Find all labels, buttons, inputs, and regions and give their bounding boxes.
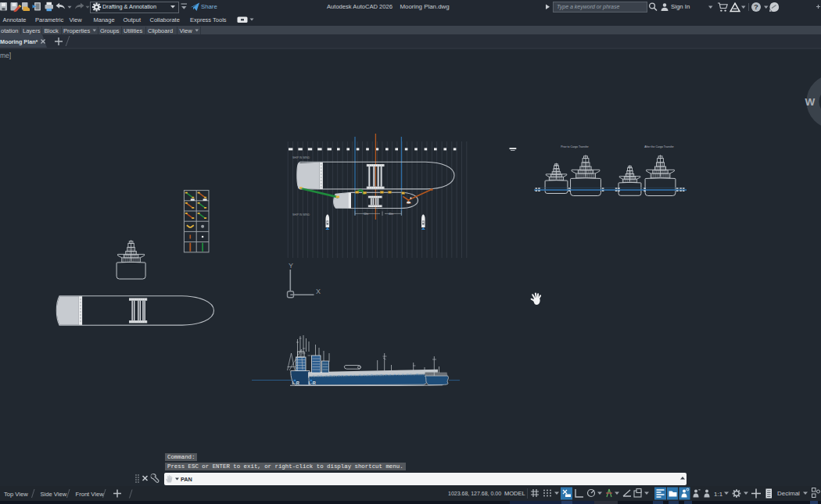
- svg-text:40m: 40m: [389, 213, 394, 216]
- svg-text:X: X: [316, 288, 321, 295]
- svg-text:SHIP IN WIND: SHIP IN WIND: [292, 156, 310, 159]
- svg-text:?: ?: [754, 2, 758, 11]
- svg-text:After the Cargo Transfer: After the Cargo Transfer: [644, 145, 674, 148]
- svg-text:12m: 12m: [364, 213, 369, 216]
- svg-text:SHIP IN WIND: SHIP IN WIND: [292, 213, 310, 216]
- svg-text:L·R: L·R: [292, 381, 299, 385]
- svg-text:Decimal: Decimal: [777, 490, 800, 497]
- svg-text:W: W: [805, 96, 816, 108]
- svg-text:L·R: L·R: [309, 381, 316, 385]
- svg-text:Prior to Cargo Transfer: Prior to Cargo Transfer: [561, 145, 589, 148]
- svg-text:Y: Y: [289, 262, 293, 270]
- svg-text:1:1: 1:1: [714, 491, 723, 498]
